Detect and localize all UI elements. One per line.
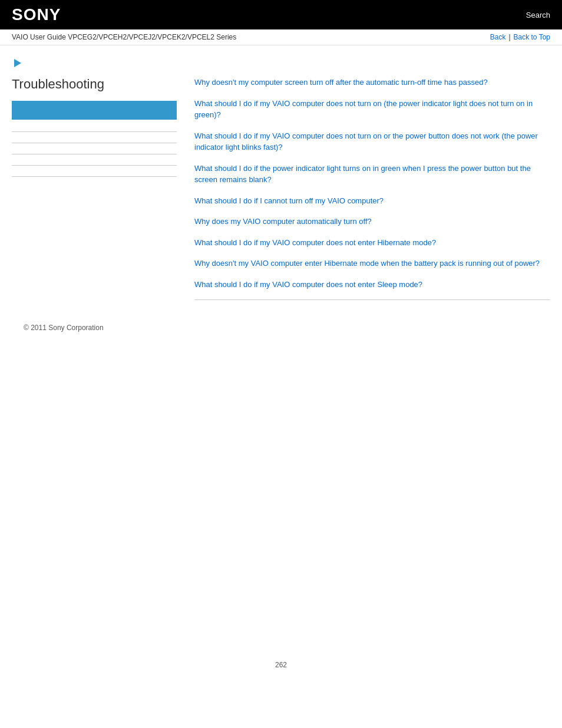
sidebar-title: Troubleshooting xyxy=(12,77,177,92)
nav-divider: | xyxy=(508,33,510,41)
faq-link-8[interactable]: Why doesn't my VAIO computer enter Hiber… xyxy=(194,258,550,269)
sidebar-divider-2 xyxy=(12,143,177,143)
copyright-text: © 2011 Sony Corporation xyxy=(24,324,104,332)
sony-logo: SONY xyxy=(12,5,61,24)
breadcrumb-text: VAIO User Guide VPCEG2/VPCEH2/VPCEJ2/VPC… xyxy=(12,33,236,41)
nav-links: Back | Back to Top xyxy=(490,33,550,41)
back-link[interactable]: Back xyxy=(490,33,506,41)
main-content: Troubleshooting Why doesn't my computer … xyxy=(0,45,562,355)
sidebar-divider-1 xyxy=(12,131,177,132)
svg-marker-0 xyxy=(14,59,21,67)
right-content: Why doesn't my computer screen turn off … xyxy=(194,77,550,300)
search-button[interactable]: Search xyxy=(526,11,550,19)
sidebar-divider-5 xyxy=(12,176,177,177)
sidebar-divider-3 xyxy=(12,154,177,154)
faq-link-5[interactable]: What should I do if I cannot turn off my… xyxy=(194,195,550,207)
faq-link-4[interactable]: What should I do if the power indicator … xyxy=(194,163,550,186)
header: SONY Search xyxy=(0,0,562,29)
footer: © 2011 Sony Corporation xyxy=(12,312,550,344)
faq-link-2[interactable]: What should I do if my VAIO computer doe… xyxy=(194,98,550,121)
faq-link-9[interactable]: What should I do if my VAIO computer doe… xyxy=(194,279,550,291)
breadcrumb-bar: VAIO User Guide VPCEG2/VPCEH2/VPCEJ2/VPC… xyxy=(0,29,562,45)
sidebar-highlight xyxy=(12,101,177,120)
faq-link-3[interactable]: What should I do if my VAIO computer doe… xyxy=(194,130,550,153)
faq-link-1[interactable]: Why doesn't my computer screen turn off … xyxy=(194,77,550,88)
sidebar: Troubleshooting xyxy=(12,77,177,300)
content-layout: Troubleshooting Why doesn't my computer … xyxy=(12,77,550,300)
faq-link-6[interactable]: Why does my VAIO computer automatically … xyxy=(194,216,550,228)
content-divider xyxy=(194,299,550,300)
sidebar-divider-4 xyxy=(12,165,177,166)
chevron-icon xyxy=(12,57,550,71)
back-to-top-link[interactable]: Back to Top xyxy=(514,33,550,41)
faq-link-7[interactable]: What should I do if my VAIO computer doe… xyxy=(194,237,550,249)
page-number: 262 xyxy=(0,649,562,681)
